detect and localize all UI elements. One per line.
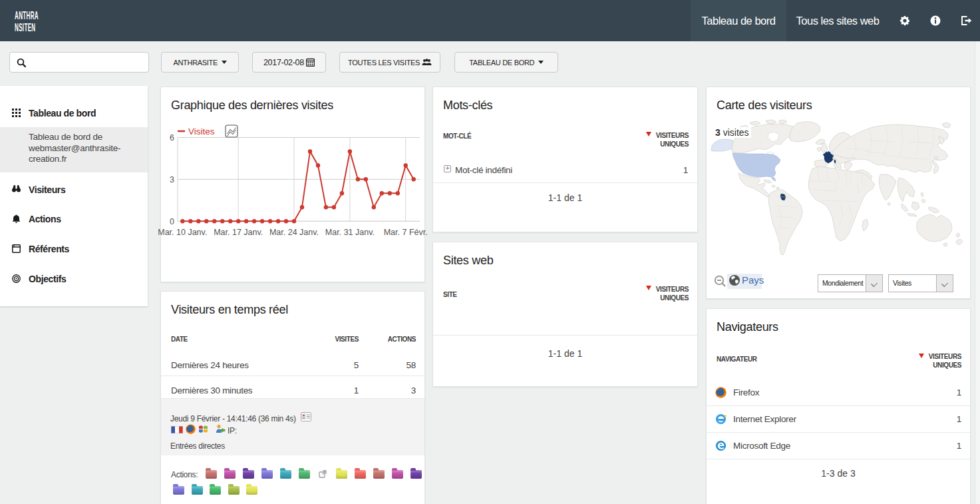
svg-text:Mar. 17 Janv.: Mar. 17 Janv. bbox=[214, 228, 263, 237]
svg-text:Mar. 24 Janv.: Mar. 24 Janv. bbox=[269, 228, 319, 237]
svg-text:Mar. 7 Févr.: Mar. 7 Févr. bbox=[384, 228, 428, 237]
svg-text:Visites: Visites bbox=[188, 126, 215, 136]
svg-text:6: 6 bbox=[170, 133, 174, 142]
svg-text:3: 3 bbox=[170, 175, 174, 184]
svg-text:0: 0 bbox=[170, 217, 174, 226]
svg-text:Mar. 31 Janv.: Mar. 31 Janv. bbox=[325, 228, 375, 237]
svg-text:Mar. 10 Janv.: Mar. 10 Janv. bbox=[158, 228, 207, 237]
